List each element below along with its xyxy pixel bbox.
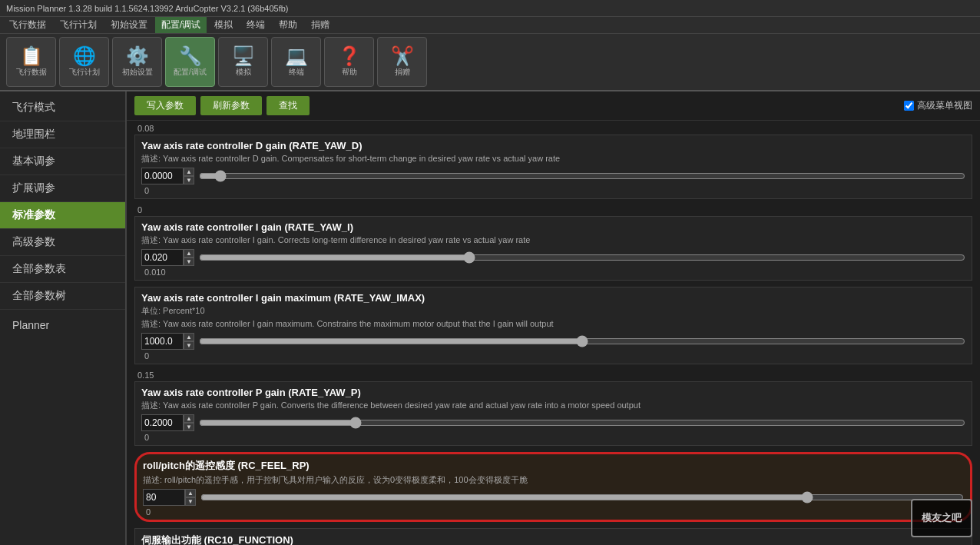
param-yaw-imax-input[interactable] [141,333,184,350]
tool-donate[interactable]: ✂️ 捐赠 [377,37,427,87]
param-yaw-d-slider-container [199,168,965,184]
sidebar-item-standard-params[interactable]: 标准参数 [0,202,125,229]
menu-initial-setup[interactable]: 初始设置 [104,17,154,33]
param-yaw-d-input[interactable] [141,168,184,184]
param-rc-feel-bottom: 0 [143,507,964,517]
param-yaw-i-spin-up[interactable]: ▲ [184,249,194,258]
sidebar-item-flight-mode[interactable]: 飞行模式 [0,95,125,121]
sim-icon: 🖥️ [232,47,255,65]
param-section-yaw-d: Yaw axis rate controller D gain (RATE_YA… [134,135,972,199]
tool-terminal[interactable]: 💻 终端 [271,37,321,87]
content-area: 写入参数 刷新参数 查找 高级菜单视图 0.08 Yaw axis rate c… [127,91,980,545]
sidebar-item-extended-tune[interactable]: 扩展调参 [0,175,125,202]
sidebar: 飞行模式 地理围栏 基本调参 扩展调参 标准参数 高级参数 全部参数表 全部参数… [0,91,127,545]
param-yaw-imax-spin-up[interactable]: ▲ [184,333,194,341]
terminal-icon: 💻 [285,47,308,65]
sidebar-item-geo-fence[interactable]: 地理围栏 [0,121,125,148]
param-yaw-d-spin-down[interactable]: ▼ [184,176,194,184]
param-rc-feel-slider[interactable] [200,491,964,503]
tool-initial-setup[interactable]: ⚙️ 初始设置 [112,37,162,87]
param-yaw-d-controls: ▲ ▼ [141,168,965,184]
param-yaw-i-slider-container [199,250,965,265]
menu-terminal[interactable]: 终端 [240,17,271,33]
param-yaw-imax-controls: ▲ ▼ [141,333,965,350]
tool-flight-plan[interactable]: 🌐 飞行计划 [59,37,109,87]
param-section-rc10: 伺服输出功能 (RC10_FUNCTION) [134,528,972,545]
param-yaw-p-spin-up[interactable]: ▲ [184,414,194,423]
param-yaw-p-input-group: ▲ ▼ [141,414,194,431]
param-yaw-p-desc: 描述: Yaw axis rate controller P gain. Con… [141,400,965,411]
search-button[interactable]: 查找 [267,96,310,115]
menu-flight-plan[interactable]: 飞行计划 [54,17,103,33]
sidebar-planner[interactable]: Planner [0,313,125,337]
param-yaw-p-slider-container [199,415,965,430]
tool-help[interactable]: ❓ 帮助 [324,37,374,87]
param-section-yaw-i: Yaw axis rate controller I gain (RATE_YA… [134,216,972,281]
menu-flight-data[interactable]: 飞行数据 [3,17,52,33]
param-yaw-imax-slider-container [199,334,965,349]
param-yaw-d-bottom: 0 [141,186,965,195]
param-yaw-p-input[interactable] [141,414,184,431]
donate-icon: ✂️ [391,47,414,65]
param-section-yaw-p: Yaw axis rate controller P gain (RATE_YA… [134,381,972,446]
watermark: 模友之吧 [911,499,972,537]
refresh-params-button[interactable]: 刷新参数 [200,96,262,115]
help-icon: ❓ [338,47,361,65]
advanced-menu-checkbox[interactable] [904,101,914,111]
param-yaw-i-spin-down[interactable]: ▼ [184,258,194,266]
sidebar-item-advanced-params[interactable]: 高级参数 [0,229,125,256]
param-yaw-d-title: Yaw axis rate controller D gain (RATE_YA… [141,140,965,151]
param-yaw-i-controls: ▲ ▼ [141,249,965,266]
param-yaw-imax-spin-down[interactable]: ▼ [184,341,194,350]
param-yaw-imax-unit: 单位: Percent*10 [141,305,965,317]
tool-sim[interactable]: 🖥️ 模拟 [218,37,268,87]
param-rc-feel-slider-container [200,490,964,505]
watermark-text: 模友之吧 [922,511,962,525]
param-rc-feel-spin-down[interactable]: ▼ [185,497,196,506]
tool-config-tune[interactable]: 🔧 配置/调试 [165,37,215,87]
param-rc-feel-title: roll/pitch的遥控感度 (RC_FEEL_RP) [143,459,964,473]
sidebar-item-all-params-tree[interactable]: 全部参数树 [0,283,125,310]
menu-help[interactable]: 帮助 [273,17,303,33]
yaw-d-pre-value: 0.08 [134,124,972,133]
sidebar-item-all-params-table[interactable]: 全部参数表 [0,256,125,283]
param-yaw-p-bottom: 0 [141,433,965,442]
param-yaw-d-spin-up[interactable]: ▲ [184,168,194,176]
action-bar: 写入参数 刷新参数 查找 高级菜单视图 [127,91,980,121]
flight-plan-icon: 🌐 [73,47,96,65]
param-yaw-i-title: Yaw axis rate controller I gain (RATE_YA… [141,221,965,233]
param-rc-feel-desc: 描述: roll/pitch的遥控手感，用于控制飞具对用户输入的反应，设为0变得… [143,474,964,486]
param-yaw-p-spin-down[interactable]: ▼ [184,423,194,431]
menu-config-tune[interactable]: 配置/调试 [155,17,207,33]
menu-donate[interactable]: 捐赠 [305,17,336,33]
param-yaw-i-input[interactable] [141,249,184,266]
write-params-button[interactable]: 写入参数 [134,96,196,115]
tool-flight-data[interactable]: 📋 飞行数据 [6,37,56,87]
param-yaw-i-bottom: 0.010 [141,268,965,277]
menu-sim[interactable]: 模拟 [208,17,239,33]
sidebar-item-basic-tune[interactable]: 基本调参 [0,148,125,175]
param-yaw-d-slider[interactable] [199,170,965,182]
advanced-menu-text: 高级菜单视图 [917,99,972,112]
menu-bar: 飞行数据 飞行计划 初始设置 配置/调试 模拟 终端 帮助 捐赠 [0,17,980,34]
param-yaw-imax-bottom: 0 [141,351,965,361]
param-yaw-i-input-group: ▲ ▼ [141,249,194,266]
param-rc10-title: 伺服输出功能 (RC10_FUNCTION) [141,533,965,545]
param-yaw-imax-desc: 描述: Yaw axis rate controller I gain maxi… [141,318,965,330]
param-yaw-p-title: Yaw axis rate controller P gain (RATE_YA… [141,387,965,398]
param-yaw-imax-slider[interactable] [199,335,965,347]
yaw-i-pre-value: 0 [134,205,972,214]
param-rc-feel-input[interactable] [143,489,185,506]
param-yaw-p-controls: ▲ ▼ [141,414,965,431]
param-yaw-i-desc: 描述: Yaw axis rate controller I gain. Cor… [141,234,965,246]
param-rc-feel-input-group: ▲ ▼ [143,489,196,506]
param-yaw-imax-title: Yaw axis rate controller I gain maximum … [141,292,965,304]
title-text: Mission Planner 1.3.28 build 1.1.5624.13… [6,4,289,13]
param-rc-feel-spin-up[interactable]: ▲ [185,489,196,497]
config-tune-icon: 🔧 [179,47,202,65]
main-layout: 飞行模式 地理围栏 基本调参 扩展调参 标准参数 高级参数 全部参数表 全部参数… [0,91,980,545]
param-yaw-p-spin: ▲ ▼ [184,414,194,431]
yaw-p-pre-value: 0.15 [134,371,972,380]
param-yaw-i-slider[interactable] [199,251,965,264]
param-yaw-p-slider[interactable] [199,417,965,429]
